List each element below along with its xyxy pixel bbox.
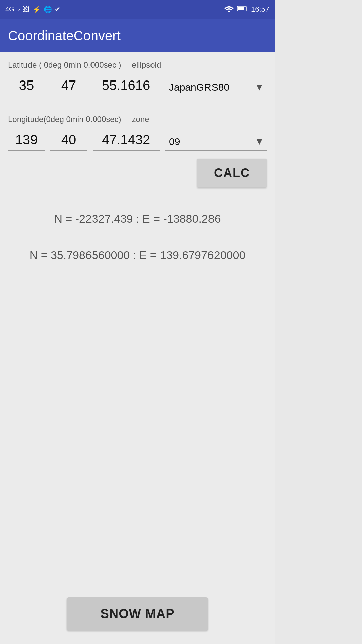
app-icon: 🌐 [44, 5, 52, 13]
usb-icon: ⚡ [33, 5, 41, 13]
result-1: N = -22327.439 : E = -13880.286 [8, 211, 267, 227]
latitude-input-row: JapanGRS80 ▼ [8, 76, 267, 96]
latitude-deg-input[interactable] [8, 76, 45, 96]
longitude-input-row: 09 ▼ [8, 131, 267, 151]
check-icon: ✔ [55, 5, 60, 13]
snow-map-row: SNOW MAP [8, 577, 267, 631]
longitude-sec-input[interactable] [93, 131, 160, 151]
snow-map-button[interactable]: SNOW MAP [67, 597, 208, 631]
photo-icon: 🖼 [23, 6, 30, 13]
latitude-sec-input[interactable] [93, 76, 160, 96]
time-display: 16:57 [251, 5, 269, 14]
longitude-sec-group [93, 131, 160, 151]
latitude-deg-group [8, 76, 45, 96]
latitude-min-input[interactable] [50, 76, 87, 96]
zone-value: 09 [169, 136, 180, 147]
status-right: 16:57 [224, 5, 269, 14]
ellipsoid-label: ellipsoid [132, 60, 161, 70]
status-bar: 4Gıll₂ 🖼 ⚡ 🌐 ✔ 16:57 [0, 0, 275, 19]
zone-dropdown-arrow: ▼ [255, 136, 264, 147]
zone-label: zone [132, 115, 149, 124]
svg-rect-2 [238, 7, 244, 10]
app-title: CoordinateConvert [8, 28, 121, 43]
longitude-deg-group [8, 131, 45, 151]
main-content: Latitude ( 0deg 0min 0.000sec ) ellipsoi… [0, 52, 275, 644]
longitude-label: Longitude(0deg 0min 0.000sec) [8, 115, 121, 124]
wifi-icon [224, 5, 234, 14]
result-2: N = 35.7986560000 : E = 139.6797620000 [8, 247, 267, 263]
status-left: 4Gıll₂ 🖼 ⚡ 🌐 ✔ [5, 5, 60, 14]
latitude-label: Latitude ( 0deg 0min 0.000sec ) [8, 60, 121, 70]
battery-icon [237, 5, 248, 14]
latitude-sec-group [93, 76, 160, 96]
signal-icon: 4Gıll₂ [5, 5, 20, 14]
latitude-min-group [50, 76, 87, 96]
calc-button[interactable]: CALC [197, 159, 267, 187]
longitude-min-group [50, 131, 87, 151]
longitude-deg-input[interactable] [8, 131, 45, 151]
longitude-min-input[interactable] [50, 131, 87, 151]
ellipsoid-value: JapanGRS80 [169, 82, 229, 93]
longitude-section: Longitude(0deg 0min 0.000sec) zone 09 ▼ [8, 115, 267, 153]
svg-point-0 [228, 11, 230, 12]
latitude-section: Latitude ( 0deg 0min 0.000sec ) ellipsoi… [8, 60, 267, 99]
zone-dropdown[interactable]: 09 ▼ [165, 133, 267, 151]
ellipsoid-dropdown[interactable]: JapanGRS80 ▼ [165, 79, 267, 96]
app-header: CoordinateConvert [0, 19, 275, 52]
ellipsoid-dropdown-arrow: ▼ [255, 82, 264, 93]
svg-rect-3 [247, 8, 247, 10]
calc-button-row: CALC [8, 159, 267, 187]
